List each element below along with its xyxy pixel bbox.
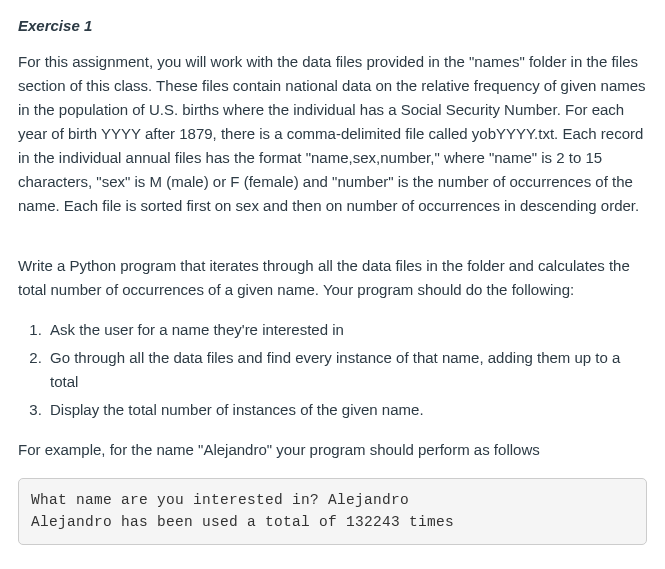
step-item: Display the total number of instances of… xyxy=(46,398,647,422)
code-output-block: What name are you interested in? Alejand… xyxy=(18,478,647,545)
intro-paragraph: For this assignment, you will work with … xyxy=(18,50,647,218)
task-paragraph: Write a Python program that iterates thr… xyxy=(18,254,647,302)
step-item: Go through all the data files and find e… xyxy=(46,346,647,394)
exercise-heading: Exercise 1 xyxy=(18,14,647,38)
step-item: Ask the user for a name they're interest… xyxy=(46,318,647,342)
steps-list: Ask the user for a name they're interest… xyxy=(18,318,647,422)
example-intro: For example, for the name "Alejandro" yo… xyxy=(18,438,647,462)
